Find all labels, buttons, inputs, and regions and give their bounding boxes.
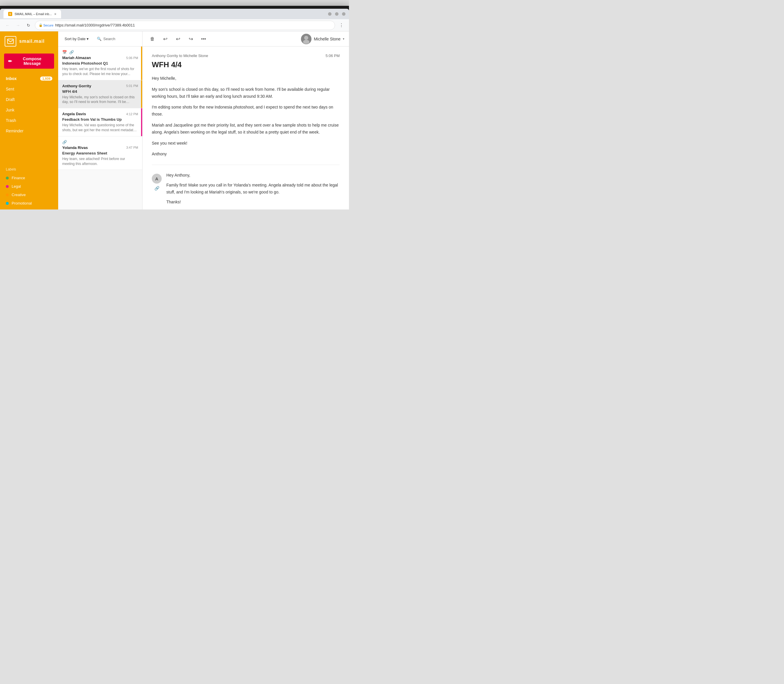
compose-button[interactable]: ✏ Compose Message (4, 53, 54, 69)
email-item-4[interactable]: 🔗 Yolanda Rivas 3:47 PM Energy Awareness… (58, 136, 142, 170)
reply-section: A 🔗 Hey Anthony, Family first! Make sure… (152, 172, 340, 205)
attachment-icon: 🔗 (69, 50, 74, 55)
creative-label: Creative (11, 193, 26, 197)
reply-line-0: Hey Anthony, (166, 172, 340, 179)
sidebar-item-trash[interactable]: Trash (0, 115, 58, 126)
email-items: 📅 🔗 Mariah Almazan 5:06 PM Indonesia Pho… (58, 47, 142, 210)
reply-content: A 🔗 Hey Anthony, Family first! Make sure… (152, 172, 340, 205)
browser-window: S SMAIL.MAIL – Email inb... ✕ ← (0, 9, 349, 210)
email-item-2[interactable]: Anthony Gorrity 5:01 PM WFH 4/4 Hey Mich… (58, 80, 142, 108)
label-creative[interactable]: Creative (6, 190, 52, 199)
email-4-header: Yolanda Rivas 3:47 PM (62, 145, 138, 150)
address-bar[interactable]: 🔒 Secure https://smail.mail/10300/nrgdri… (35, 21, 335, 30)
tab-close-icon[interactable]: ✕ (54, 13, 56, 16)
view-toolbar: 🗑 ↩ ↩ ↪ ••• (142, 31, 349, 47)
reply-line-1: Family first! Make sure you call in for … (166, 182, 340, 196)
maximize-button[interactable] (335, 12, 338, 16)
reminder-label: Reminder (6, 129, 24, 133)
email-1-preview: Hey team, we've got the first round of s… (62, 67, 138, 76)
body-line-2: I'm editing some shots for the new Indon… (152, 104, 340, 118)
email-2-sender: Anthony Gorrity (62, 84, 91, 88)
sidebar-logo: smail.mail (0, 31, 58, 51)
label-social[interactable]: Social (6, 207, 52, 210)
email-1-icons: 📅 🔗 (62, 50, 138, 55)
back-button[interactable]: ← (3, 21, 11, 29)
email-3-sender: Angela Davis (62, 112, 86, 116)
draft-label: Draft (6, 97, 14, 102)
svg-rect-0 (8, 39, 13, 44)
email-received-time: 5:06 PM (326, 53, 340, 58)
legal-dot (6, 185, 9, 188)
search-label: Search (103, 37, 115, 41)
email-participants: Anthony Gorrity to Michelle Stone (152, 53, 208, 58)
email-body: Hey Michelle, My son's school is closed … (152, 75, 340, 158)
promotional-dot (6, 202, 9, 205)
lock-icon: 🔒 (39, 23, 43, 27)
sort-button[interactable]: Sort by Date ▾ (62, 35, 91, 43)
body-line-4: See you next week! (152, 140, 340, 147)
user-avatar (301, 34, 311, 44)
email-view: 🗑 ↩ ↩ ↪ ••• (142, 31, 349, 210)
reply-all-button[interactable]: ↩ (173, 34, 183, 44)
sidebar-item-junk[interactable]: Junk (0, 105, 58, 115)
sidebar-item-sent[interactable]: Sent (0, 84, 58, 94)
reply-attachment-icon: 🔗 (155, 186, 159, 190)
label-finance[interactable]: Finance (6, 174, 52, 182)
inbox-label: Inbox (6, 76, 16, 81)
email-1-time: 5:06 PM (126, 56, 138, 60)
forward-button[interactable]: → (14, 21, 22, 29)
sort-label: Sort by Date (64, 37, 85, 41)
email-meta: Anthony Gorrity to Michelle Stone 5:06 P… (152, 53, 340, 58)
forward-button[interactable]: ↪ (185, 34, 196, 44)
user-name: Michelle Stone (314, 37, 341, 41)
compose-label: Compose Message (14, 56, 50, 66)
label-promotional[interactable]: Promotional (6, 199, 52, 207)
email-2-accent (141, 80, 142, 108)
user-chevron-icon: ▾ (343, 37, 344, 40)
delete-button[interactable]: 🗑 (147, 34, 158, 44)
email-4-subject: Energy Awareness Sheet (62, 151, 138, 155)
email-item-3[interactable]: Angela Davis 4:12 PM Feedback from Val i… (58, 108, 142, 136)
browser-tab-active[interactable]: S SMAIL.MAIL – Email inb... ✕ (3, 10, 61, 18)
tab-favicon: S (8, 12, 12, 16)
legal-label: Legal (11, 184, 21, 189)
app-container: smail.mail ✏ Compose Message Inbox 1,939 (0, 31, 349, 210)
label-legal[interactable]: Legal (6, 182, 52, 190)
sidebar-item-reminder[interactable]: Reminder (0, 126, 58, 136)
close-button[interactable] (342, 12, 346, 16)
email-divider (152, 165, 340, 165)
browser-titlebar: S SMAIL.MAIL – Email inb... ✕ (0, 9, 349, 19)
sidebar-item-inbox[interactable]: Inbox 1,939 (0, 73, 58, 84)
monitor: S SMAIL.MAIL – Email inb... ✕ ← (0, 6, 349, 210)
email-3-accent (141, 108, 142, 136)
minimize-button[interactable] (328, 12, 332, 16)
trash-label: Trash (6, 118, 16, 123)
secure-badge: 🔒 Secure (39, 23, 53, 27)
junk-label: Junk (6, 108, 14, 112)
nav-items: Inbox 1,939 Sent Draft Junk (0, 73, 58, 164)
sent-label: Sent (6, 87, 14, 91)
logo-text: smail.mail (19, 39, 45, 44)
search-icon: 🔍 (97, 37, 101, 41)
body-line-0: Hey Michelle, (152, 75, 340, 82)
reply-button[interactable]: ↩ (160, 34, 171, 44)
email-item-1[interactable]: 📅 🔗 Mariah Almazan 5:06 PM Indonesia Pho… (58, 47, 142, 80)
email-2-header: Anthony Gorrity 5:01 PM (62, 84, 138, 88)
delete-icon: 🗑 (150, 36, 155, 42)
email-2-time: 5:01 PM (126, 84, 138, 87)
sidebar-item-draft[interactable]: Draft (0, 94, 58, 105)
email-subject-heading: WFH 4/4 (152, 60, 340, 69)
body-line-1: My son's school is closed on this day, s… (152, 86, 340, 100)
browser-toolbar: ← → ↻ 🔒 Secure https://smail.mail/10300/… (0, 19, 349, 31)
search-button[interactable]: 🔍 Search (94, 35, 118, 43)
browser-more-button[interactable]: ⋮ (337, 21, 346, 29)
reply-line-2: Thanks! (166, 199, 340, 206)
reply-body: Hey Anthony, Family first! Make sure you… (166, 172, 340, 205)
creative-dot (6, 194, 9, 197)
inbox-badge: 1,939 (40, 76, 52, 81)
more-button[interactable]: ••• (198, 34, 209, 44)
list-toolbar: Sort by Date ▾ 🔍 Search (58, 31, 142, 47)
refresh-button[interactable]: ↻ (24, 21, 32, 29)
labels-title: Labels (6, 167, 52, 171)
user-menu[interactable]: Michelle Stone ▾ (301, 34, 344, 44)
